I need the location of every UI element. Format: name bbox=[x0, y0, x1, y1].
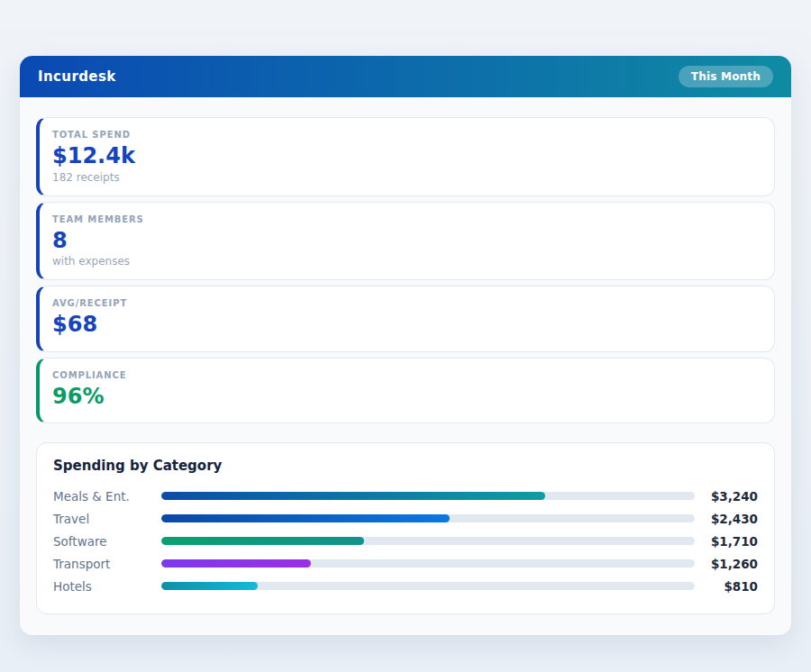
bar-track bbox=[161, 514, 695, 522]
bar-fill-software bbox=[161, 537, 364, 545]
chart-row-meals: Meals & Ent. $3,240 bbox=[53, 485, 758, 507]
stat-label: AVG/RECEIPT bbox=[52, 298, 760, 308]
stat-label: COMPLIANCE bbox=[52, 370, 760, 380]
stat-card-compliance: COMPLIANCE 96% bbox=[36, 358, 775, 424]
bar-track bbox=[161, 492, 695, 500]
stat-card-total-spend: TOTAL SPEND $12.4k 182 receipts bbox=[36, 117, 775, 196]
incurdesk-app-window: Incurdesk This Month TOTAL SPEND $12.4k … bbox=[20, 56, 791, 635]
category-label: Meals & Ent. bbox=[53, 489, 161, 504]
spending-by-category-chart: Spending by Category Meals & Ent. $3,240… bbox=[36, 442, 775, 614]
stat-subtitle: with expenses bbox=[52, 255, 760, 268]
category-value: $1,260 bbox=[695, 557, 758, 571]
stat-label: TOTAL SPEND bbox=[52, 130, 760, 140]
app-title: Incurdesk bbox=[38, 68, 116, 85]
category-value: $2,430 bbox=[695, 512, 758, 526]
stat-value: 8 bbox=[52, 229, 760, 254]
stat-value: $68 bbox=[52, 313, 760, 338]
bar-track bbox=[161, 537, 695, 545]
bar-fill-transport bbox=[161, 559, 311, 568]
category-label: Travel bbox=[53, 512, 161, 526]
app-header: Incurdesk This Month bbox=[20, 56, 791, 97]
chart-row-software: Software $1,710 bbox=[53, 530, 758, 552]
chart-row-hotels: Hotels $810 bbox=[53, 575, 758, 597]
category-label: Transport bbox=[53, 557, 161, 571]
app-body: TOTAL SPEND $12.4k 182 receipts TEAM MEM… bbox=[20, 97, 791, 635]
bar-fill-travel bbox=[161, 514, 450, 522]
bar-track bbox=[161, 559, 695, 568]
bar-track bbox=[161, 582, 695, 590]
category-value: $3,240 bbox=[695, 489, 758, 504]
chart-row-travel: Travel $2,430 bbox=[53, 507, 758, 530]
stat-label: TEAM MEMBERS bbox=[52, 214, 760, 224]
period-badge-button[interactable]: This Month bbox=[679, 66, 773, 87]
category-label: Hotels bbox=[53, 579, 161, 594]
stat-card-avg-receipt: AVG/RECEIPT $68 bbox=[36, 286, 775, 352]
stat-value: $12.4k bbox=[52, 144, 760, 169]
stat-subtitle: 182 receipts bbox=[52, 171, 760, 184]
bar-fill-hotels bbox=[161, 582, 258, 590]
stats-column: TOTAL SPEND $12.4k 182 receipts TEAM MEM… bbox=[36, 117, 775, 423]
chart-title: Spending by Category bbox=[53, 458, 758, 474]
stat-card-team-members: TEAM MEMBERS 8 with expenses bbox=[36, 202, 775, 281]
category-value: $810 bbox=[695, 579, 758, 594]
chart-row-transport: Transport $1,260 bbox=[53, 552, 758, 575]
stat-value: 96% bbox=[52, 385, 760, 410]
category-label: Software bbox=[53, 534, 161, 549]
bar-fill-meals bbox=[161, 492, 545, 500]
category-value: $1,710 bbox=[695, 534, 758, 549]
